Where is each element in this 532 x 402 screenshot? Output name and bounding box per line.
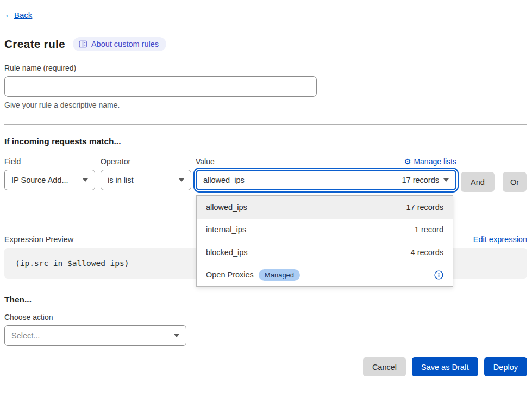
deploy-button[interactable]: Deploy <box>484 357 527 376</box>
rule-name-helper: Give your rule a descriptive name. <box>4 101 527 109</box>
value-label: Value <box>196 157 215 166</box>
create-rule-page: ←Back Create rule About custom rules Rul… <box>0 0 532 376</box>
then-section-heading: Then... <box>4 295 527 305</box>
rule-name-label: Rule name (required) <box>4 64 527 72</box>
action-select-placeholder: Select... <box>11 331 40 340</box>
list-meta: 1 record <box>415 225 443 234</box>
about-link-label: About custom rules <box>91 40 159 48</box>
list-name: Open Proxies <box>206 270 254 279</box>
match-row: Field IP Source Add... Operator is in li… <box>4 157 527 192</box>
value-select-meta: 17 records <box>402 176 439 184</box>
value-select[interactable]: allowed_ips 17 records <box>196 170 456 190</box>
field-label: Field <box>4 157 95 166</box>
dropdown-item-internal-ips[interactable]: internal_ips 1 record <box>197 219 453 242</box>
gear-icon: ⚙ <box>404 157 411 166</box>
dropdown-item-blocked-ips[interactable]: blocked_ips 4 records <box>197 241 453 264</box>
dropdown-item-open-proxies[interactable]: Open Proxies Managed <box>197 264 453 287</box>
list-name: blocked_ips <box>206 248 248 257</box>
list-name: allowed_ips <box>206 203 247 212</box>
field-select[interactable]: IP Source Add... <box>4 170 95 190</box>
manage-lists-label: Manage lists <box>414 157 456 166</box>
back-arrow-icon: ← <box>4 10 13 20</box>
cancel-button[interactable]: Cancel <box>363 357 406 376</box>
value-header: Value ⚙ Manage lists <box>196 157 456 166</box>
chevron-down-icon <box>179 178 184 182</box>
choose-action-label: Choose action <box>4 313 527 321</box>
field-select-value: IP Source Add... <box>11 176 68 184</box>
about-custom-rules-link[interactable]: About custom rules <box>73 37 166 51</box>
operator-column: Operator is in list <box>101 157 191 190</box>
expression-code: (ip.src in $allowed_ips) <box>15 259 129 268</box>
dropdown-item-allowed-ips[interactable]: allowed_ips 17 records <box>197 196 453 219</box>
back-link[interactable]: ←Back <box>4 10 32 20</box>
list-meta: 4 records <box>411 248 443 257</box>
field-column: Field IP Source Add... <box>4 157 95 190</box>
edit-expression-link[interactable]: Edit expression <box>473 235 527 244</box>
operator-select-value: is in list <box>108 176 134 184</box>
footer-buttons: Cancel Save as Draft Deploy <box>4 357 527 376</box>
match-section-heading: If incoming requests match... <box>4 137 527 146</box>
title-row: Create rule About custom rules <box>4 37 527 51</box>
list-name: internal_ips <box>206 225 246 234</box>
page-title: Create rule <box>4 38 65 51</box>
value-select-name: allowed_ips <box>203 176 245 184</box>
value-column: Value ⚙ Manage lists allowed_ips 17 reco… <box>196 157 456 190</box>
value-dropdown: allowed_ips 17 records internal_ips 1 re… <box>196 195 453 287</box>
info-icon[interactable] <box>434 270 443 280</box>
and-button[interactable]: And <box>461 172 495 192</box>
book-icon <box>79 40 87 48</box>
connector-buttons: And Or <box>461 172 527 192</box>
action-select[interactable]: Select... <box>4 325 186 346</box>
manage-lists-link[interactable]: ⚙ Manage lists <box>404 157 456 166</box>
managed-badge: Managed <box>259 269 300 281</box>
chevron-down-icon <box>443 178 449 182</box>
section-divider <box>4 124 527 125</box>
rule-name-group: Rule name (required) Give your rule a de… <box>4 64 527 109</box>
operator-label: Operator <box>101 157 191 166</box>
operator-select[interactable]: is in list <box>101 170 191 190</box>
chevron-down-icon <box>174 334 179 337</box>
save-as-draft-button[interactable]: Save as Draft <box>412 357 478 376</box>
chevron-down-icon <box>83 178 88 182</box>
value-select-wrap: allowed_ips 17 records allowed_ips 17 re… <box>196 170 456 190</box>
or-button[interactable]: Or <box>503 172 527 192</box>
list-meta: 17 records <box>406 203 443 212</box>
action-group: Choose action Select... <box>4 313 527 346</box>
rule-name-input[interactable] <box>4 76 317 97</box>
back-label: Back <box>14 10 32 20</box>
expression-preview-label: Expression Preview <box>4 235 73 244</box>
